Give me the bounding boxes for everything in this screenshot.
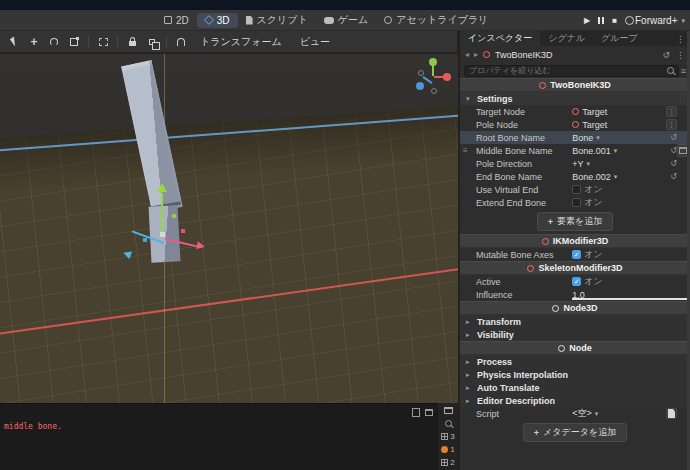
rotate-tool-button[interactable]	[48, 36, 60, 48]
category-label: Node	[569, 343, 592, 353]
gizmo-plane-handle-blue[interactable]	[143, 238, 147, 242]
history-back-icon[interactable]: ◂	[465, 50, 469, 59]
tab-groups[interactable]: グループ	[593, 31, 646, 46]
prop-value[interactable]: Bone.001	[572, 146, 611, 156]
transform-menu[interactable]: トランスフォーム	[195, 33, 287, 51]
chevron-right-icon: ▸	[466, 371, 473, 379]
prop-value[interactable]: <空>	[572, 407, 592, 420]
group-button[interactable]	[146, 36, 158, 48]
lock-button[interactable]	[126, 36, 138, 48]
workspace-tab-script[interactable]: スクリプト	[238, 11, 316, 29]
chevron-down-icon[interactable]: ▾	[614, 147, 618, 154]
inspector-menu-icon[interactable]: ⋮	[676, 50, 685, 60]
prop-value[interactable]: Bone.002	[572, 172, 611, 182]
filter-properties-input[interactable]	[464, 65, 679, 77]
dock-item-top[interactable]: 3	[441, 431, 454, 442]
prop-label: Middle Bone Name	[476, 146, 572, 156]
pause-button[interactable]	[598, 17, 604, 24]
dock-item-active[interactable]: 1	[441, 444, 454, 455]
node-icon	[558, 345, 565, 352]
view-menu[interactable]: ビュー	[295, 33, 335, 51]
section-process[interactable]: ▸ Process	[460, 355, 690, 368]
section-editor-description[interactable]: ▸ Editor Description	[460, 394, 690, 407]
assign-node-button[interactable]: ⋮	[666, 106, 677, 117]
revert-icon[interactable]: ↺	[670, 159, 677, 168]
workspace-tab-3d[interactable]: 3D	[197, 13, 238, 28]
revert-icon[interactable]: ↺	[670, 133, 677, 142]
dock-search-button[interactable]	[445, 418, 452, 429]
chevron-down-icon[interactable]: ▾	[587, 160, 591, 167]
chevron-down-icon[interactable]: ▾	[614, 173, 618, 180]
chevron-down-icon[interactable]: ▾	[596, 134, 600, 141]
add-metadata-button[interactable]: + メタデータを追加	[523, 423, 627, 442]
movie-mode-button[interactable]	[625, 16, 634, 25]
axis-gizmo-x-dot[interactable]	[443, 73, 451, 81]
dot-icon	[441, 446, 448, 453]
workspace-tab-2d[interactable]: 2D	[156, 13, 197, 28]
add-element-label: 要素を追加	[557, 215, 602, 228]
3d-viewport[interactable]	[0, 54, 458, 403]
section-auto-translate[interactable]: ▸ Auto Translate	[460, 381, 690, 394]
section-settings[interactable]: ▾ Settings	[460, 92, 690, 105]
category-twoboneik3d: TwoBoneIK3D	[460, 78, 690, 92]
dock-item-bottom[interactable]: 2	[441, 457, 454, 468]
prop-value[interactable]: Target	[582, 120, 607, 130]
prop-extend-end-bone: Extend End Bone オン	[460, 196, 690, 209]
dock-window-button[interactable]	[444, 405, 453, 416]
workspace-tab-assetlib[interactable]: アセットライブラリ	[376, 11, 496, 29]
prop-value[interactable]: Target	[582, 107, 607, 117]
section-visibility[interactable]: ▸ Visibility	[460, 328, 690, 341]
filter-options-icon[interactable]: ≡	[677, 66, 686, 76]
play-button[interactable]: ▶	[584, 17, 590, 25]
gizmo-plane-handle-pink[interactable]	[181, 229, 185, 233]
section-transform[interactable]: ▸ Transform	[460, 315, 690, 328]
revert-icon[interactable]: ↺	[670, 146, 677, 155]
renderer-select[interactable]: Forward+ ▾	[635, 10, 685, 31]
prop-value[interactable]: +Y	[572, 159, 583, 169]
tab-inspector[interactable]: インスペクター	[460, 31, 540, 46]
drag-handle-icon[interactable]: ≡	[463, 146, 468, 155]
chevron-right-icon: ▸	[466, 384, 473, 392]
select-tool-button[interactable]	[8, 36, 20, 48]
clear-icon[interactable]	[425, 409, 433, 416]
scale-tool-button[interactable]	[68, 36, 80, 48]
move-tool-button[interactable]: +	[28, 36, 40, 48]
copy-icon[interactable]	[412, 408, 420, 417]
prop-pole-node: Pole Node Target ⋮	[460, 118, 690, 131]
add-element-button[interactable]: + 要素を追加	[537, 212, 613, 231]
section-physics-interpolation[interactable]: ▸ Physics Interpolation	[460, 368, 690, 381]
revert-icon[interactable]: ↺	[670, 172, 677, 181]
gizmo-y-arrow[interactable]	[161, 193, 163, 235]
checkbox-checked[interactable]: ✓	[572, 250, 581, 259]
view-axis-gizmo[interactable]	[414, 60, 452, 96]
workspace-tab-game[interactable]: ゲーム	[316, 11, 376, 29]
history-icon[interactable]: ↺	[662, 50, 670, 60]
axis-gizmo-negative-dot[interactable]	[418, 70, 424, 76]
checkbox-unchecked[interactable]	[572, 185, 581, 194]
checkbox-checked[interactable]: ✓	[572, 277, 581, 286]
section-label: Editor Description	[477, 396, 555, 406]
history-forward-icon[interactable]: ▸	[474, 50, 478, 59]
2d-icon	[164, 16, 172, 24]
stop-button[interactable]: ■	[612, 17, 617, 25]
assign-node-button[interactable]: ⋮	[666, 119, 677, 130]
checkbox-unchecked[interactable]	[572, 198, 581, 207]
box-select-button[interactable]	[97, 36, 109, 48]
output-panel: middle bone.	[0, 403, 437, 470]
chevron-down-icon[interactable]: ▾	[595, 410, 599, 417]
twoboneik3d-icon	[539, 82, 546, 89]
prop-script: Script <空> ▾	[460, 407, 690, 420]
axis-gizmo-y-dot[interactable]	[429, 58, 437, 66]
gizmo-plane-handle-green[interactable]	[172, 214, 177, 219]
snap-button[interactable]	[175, 36, 187, 48]
category-label: IKModifier3D	[553, 236, 609, 246]
axis-gizmo-negative-dot[interactable]	[431, 88, 437, 94]
influence-slider[interactable]	[572, 298, 688, 300]
gizmo-center-handle[interactable]	[160, 232, 165, 237]
axis-gizmo-z-dot[interactable]	[416, 82, 424, 90]
tab-signals[interactable]: シグナル	[540, 31, 593, 46]
section-label: Transform	[477, 317, 521, 327]
prop-use-virtual-end: Use Virtual End オン	[460, 183, 690, 196]
prop-value[interactable]: Bone	[572, 133, 593, 143]
script-button[interactable]	[666, 408, 677, 419]
